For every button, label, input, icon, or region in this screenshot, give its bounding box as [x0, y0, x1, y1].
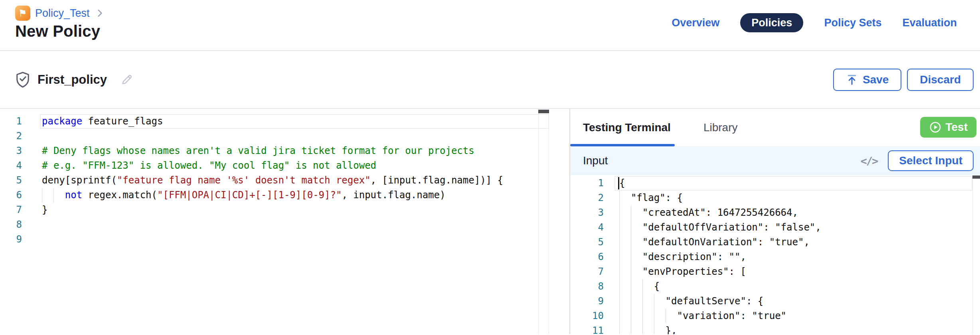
tab-evaluation[interactable]: Evaluation [902, 17, 957, 29]
code-line[interactable]: 4 "defaultOffVariation": "false", [570, 220, 980, 235]
tab-testing-terminal[interactable]: Testing Terminal [583, 121, 671, 134]
code-segment: deny[sprintf( [42, 175, 117, 186]
json-text: { [619, 177, 625, 189]
code-line[interactable]: 3 "createdAt": 1647255426664, [570, 205, 980, 220]
indent-guide [619, 220, 620, 235]
line-number: 2 [570, 191, 604, 205]
line-number: 9 [0, 232, 22, 247]
code-text: package feature_flags [42, 114, 569, 129]
page-title: New Policy [15, 22, 100, 40]
code-text: "variation": "true" [619, 309, 980, 323]
code-line[interactable]: 7 "envProperties": [ [570, 264, 980, 279]
line-number: 1 [0, 114, 22, 129]
line-number: 3 [0, 144, 22, 158]
json-text: "defaultOffVariation": "false", [619, 222, 821, 233]
save-button[interactable]: Save [833, 69, 901, 91]
indent-guide [619, 205, 620, 220]
test-button[interactable]: Test [920, 117, 977, 138]
json-text: "createdAt": 1647255426664, [619, 207, 798, 218]
code-line[interactable]: 8 { [570, 279, 980, 294]
code-line[interactable]: 1package feature_flags [0, 114, 569, 129]
code-line[interactable]: 9 "defaultServe": { [570, 294, 980, 309]
policy-code-editor[interactable]: 1package feature_flags23# Deny flags who… [0, 109, 569, 334]
line-number: 4 [0, 158, 22, 173]
tab-overview[interactable]: Overview [672, 17, 719, 29]
code-line[interactable]: 9 [0, 232, 569, 247]
discard-button[interactable]: Discard [907, 69, 974, 91]
code-line[interactable]: 6 "description": "", [570, 250, 980, 264]
input-json-editor[interactable]: 1{2 "flag": {3 "createdAt": 164725542666… [570, 175, 980, 334]
input-label: Input [583, 154, 608, 167]
code-text: "description": "", [619, 250, 980, 264]
save-button-label: Save [863, 73, 889, 86]
line-number: 8 [570, 279, 604, 294]
code-text: "defaultOffVariation": "false", [619, 220, 980, 235]
tab-policy-sets[interactable]: Policy Sets [824, 17, 881, 29]
line-number: 4 [570, 220, 604, 235]
policy-identity: First_policy [15, 51, 133, 108]
code-segment: regex.match( [82, 189, 157, 201]
code-segment: } [42, 204, 47, 215]
indent-guide [631, 220, 631, 235]
code-line[interactable]: 1{ [570, 176, 980, 191]
code-line[interactable]: 7} [0, 203, 569, 217]
app-header: ⚑ Policy_Test New Policy Overview Polici… [0, 0, 980, 51]
input-header-bar: Input </> Select Input [570, 146, 980, 175]
top-nav: Overview Policies Policy Sets Evaluation [672, 13, 957, 32]
code-text: { [619, 279, 980, 294]
main-area: 1package feature_flags23# Deny flags who… [0, 109, 980, 334]
json-text: "flag": { [619, 192, 683, 203]
tab-library[interactable]: Library [703, 121, 738, 134]
indent-guide [654, 294, 654, 309]
code-line[interactable]: 4# e.g. "FFM-123" is allowed. "My cool f… [0, 158, 569, 173]
code-segment: "feature flag name '%s' doesn't match re… [117, 175, 371, 186]
tab-policies[interactable]: Policies [740, 13, 803, 32]
line-number: 7 [0, 203, 22, 217]
shield-check-icon [15, 71, 30, 88]
line-number: 9 [570, 294, 604, 309]
line-number: 10 [570, 309, 604, 323]
edit-pencil-icon[interactable] [120, 73, 133, 87]
line-number: 6 [570, 250, 604, 264]
upload-icon [846, 74, 858, 86]
indent-guide [631, 294, 631, 309]
line-number: 7 [570, 264, 604, 279]
json-text: "defaultServe": { [619, 296, 763, 307]
json-text: "envProperties": [ [619, 266, 746, 277]
code-text: } [42, 203, 569, 217]
code-text: "envProperties": [ [619, 264, 980, 279]
feature-flags-module-icon: ⚑ [15, 6, 30, 21]
indent-guide [654, 309, 654, 323]
code-line[interactable]: 2 [0, 129, 569, 144]
indent-guide [631, 323, 631, 334]
indent-guide [631, 279, 631, 294]
line-number: 2 [0, 129, 22, 144]
line-number: 11 [570, 323, 604, 334]
code-segment: not [65, 189, 82, 201]
test-button-label: Test [946, 121, 968, 134]
code-line[interactable]: 10 "variation": "true" [570, 309, 980, 323]
code-line[interactable]: 6 not regex.match("[FFM|OPA|CI|CD]+[-][1… [0, 188, 569, 203]
breadcrumb-link-policy-test[interactable]: Policy_Test [35, 7, 90, 20]
indent-guide [642, 323, 643, 334]
code-line[interactable]: 5 "defaultOnVariation": "true", [570, 235, 980, 250]
json-text: }, [619, 325, 677, 334]
code-line[interactable]: 11 }, [570, 323, 980, 334]
code-line[interactable]: 3# Deny flags whose names aren't a valid… [0, 144, 569, 158]
policy-name: First_policy [38, 73, 107, 87]
code-line[interactable]: 8 [0, 217, 569, 232]
code-line[interactable]: 5deny[sprintf("feature flag name '%s' do… [0, 173, 569, 188]
indent-guide [619, 323, 620, 334]
code-text: "createdAt": 1647255426664, [619, 205, 980, 220]
code-brackets-icon[interactable]: </> [861, 155, 878, 167]
breadcrumb: ⚑ Policy_Test [15, 6, 105, 21]
editor-scrollbar-thumb[interactable] [538, 110, 549, 113]
code-segment: # Deny flags whose names aren't a valid … [42, 145, 474, 156]
code-segment: "[FFM|OPA|CI|CD]+[-][1-9][0-9]?" [157, 189, 342, 201]
code-text: deny[sprintf("feature flag name '%s' doe… [42, 173, 569, 188]
code-segment: feature_flags [82, 116, 163, 127]
policy-toolbar: First_policy Save Discard [0, 51, 980, 109]
code-line[interactable]: 2 "flag": { [570, 191, 980, 205]
indent-guide [619, 191, 620, 205]
select-input-button[interactable]: Select Input [888, 150, 974, 171]
